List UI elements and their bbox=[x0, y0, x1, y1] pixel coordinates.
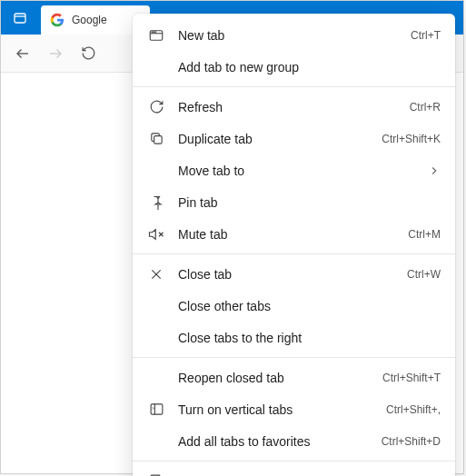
svg-marker-10 bbox=[150, 229, 156, 239]
menu-shortcut: Ctrl+Shift+T bbox=[382, 372, 441, 384]
tab-list-icon bbox=[13, 11, 27, 25]
menu-shortcut: Ctrl+T bbox=[411, 29, 441, 42]
back-button[interactable] bbox=[8, 39, 37, 68]
menu-separator bbox=[133, 86, 455, 87]
menu-favorites-all[interactable]: Add all tabs to favorites Ctrl+Shift+D bbox=[133, 425, 455, 457]
menu-separator bbox=[133, 461, 455, 461]
menu-label: Close tab bbox=[178, 267, 398, 282]
menu-move-to[interactable]: Move tab to bbox=[133, 154, 455, 186]
menu-shortcut: Ctrl+W bbox=[407, 268, 441, 281]
menu-label: Add tab to new group bbox=[178, 60, 441, 74]
tab-title: Google bbox=[72, 14, 107, 26]
menu-mute[interactable]: Mute tab Ctrl+M bbox=[133, 218, 455, 250]
menu-label: Mute tab bbox=[178, 227, 399, 242]
menu-pin[interactable]: Pin tab bbox=[133, 186, 455, 218]
menu-label: Pin tab bbox=[178, 195, 441, 210]
svg-point-8 bbox=[155, 31, 156, 32]
menu-new-tab[interactable]: New tab Ctrl+T bbox=[133, 19, 455, 51]
menu-label: Add all tabs to favorites bbox=[178, 434, 372, 449]
menu-label: Close tabs to the right bbox=[178, 331, 441, 345]
vertical-tabs-icon bbox=[147, 401, 165, 419]
menu-shortcut: Ctrl+R bbox=[410, 101, 441, 114]
chevron-right-icon bbox=[428, 164, 441, 177]
duplicate-icon bbox=[147, 130, 165, 148]
new-tab-icon bbox=[147, 26, 165, 45]
refresh-icon bbox=[147, 98, 165, 116]
refresh-button[interactable] bbox=[74, 39, 103, 68]
menu-shortcut: Ctrl+Shift+D bbox=[382, 435, 441, 448]
tab-list-button[interactable] bbox=[1, 1, 39, 35]
menu-add-to-group[interactable]: Add tab to new group bbox=[133, 51, 455, 83]
forward-button[interactable] bbox=[41, 39, 70, 68]
svg-point-6 bbox=[152, 31, 153, 32]
menu-label: Turn on vertical tabs bbox=[178, 402, 377, 417]
menu-label: Move tab to bbox=[178, 164, 419, 178]
arrow-right-icon bbox=[47, 45, 64, 62]
svg-rect-9 bbox=[154, 136, 162, 144]
pin-icon bbox=[147, 193, 165, 212]
refresh-icon bbox=[81, 45, 96, 61]
menu-collections-all[interactable]: Add all tabs to Collections bbox=[133, 465, 455, 476]
menu-close-other[interactable]: Close other tabs bbox=[133, 290, 455, 322]
menu-separator bbox=[133, 253, 455, 254]
menu-shortcut: Ctrl+Shift+, bbox=[386, 403, 441, 416]
menu-label: Close other tabs bbox=[178, 299, 441, 313]
menu-shortcut: Ctrl+M bbox=[408, 228, 441, 241]
menu-label: New tab bbox=[178, 28, 402, 43]
menu-close[interactable]: Close tab Ctrl+W bbox=[133, 258, 455, 290]
menu-label: Refresh bbox=[178, 100, 401, 114]
menu-separator bbox=[133, 357, 455, 358]
svg-point-7 bbox=[154, 31, 154, 32]
menu-duplicate[interactable]: Duplicate tab Ctrl+Shift+K bbox=[133, 123, 455, 154]
close-icon bbox=[147, 265, 165, 283]
google-favicon bbox=[50, 13, 64, 27]
tab-context-menu: New tab Ctrl+T Add tab to new group Refr… bbox=[133, 14, 455, 476]
menu-label: Reopen closed tab bbox=[178, 371, 373, 385]
menu-label: Duplicate tab bbox=[178, 132, 372, 146]
menu-refresh[interactable]: Refresh Ctrl+R bbox=[133, 91, 455, 123]
arrow-left-icon bbox=[15, 45, 31, 62]
svg-rect-0 bbox=[15, 14, 25, 23]
mute-icon bbox=[147, 225, 165, 243]
menu-close-right[interactable]: Close tabs to the right bbox=[133, 322, 455, 353]
menu-vertical-tabs[interactable]: Turn on vertical tabs Ctrl+Shift+, bbox=[133, 393, 455, 425]
menu-reopen[interactable]: Reopen closed tab Ctrl+Shift+T bbox=[133, 362, 455, 393]
collections-icon bbox=[147, 472, 165, 477]
menu-shortcut: Ctrl+Shift+K bbox=[382, 133, 441, 145]
